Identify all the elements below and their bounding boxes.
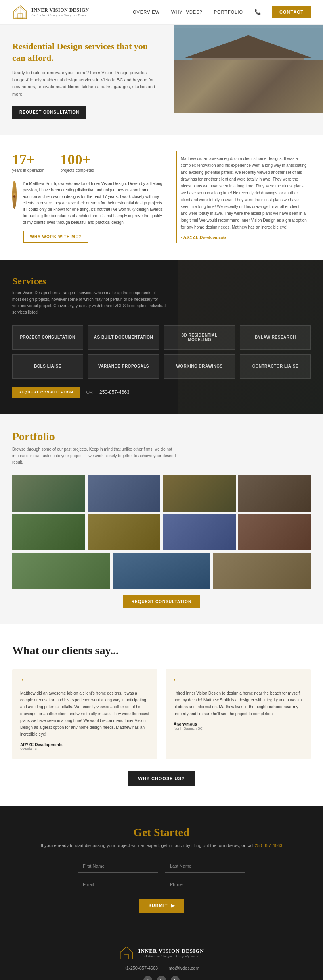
submit-button[interactable]: SUBMIT ▶ xyxy=(139,899,183,913)
services-bg-decoration xyxy=(178,260,323,414)
first-name-input[interactable] xyxy=(78,859,158,873)
footer-contact-info: +1-250-857-4663 info@ivdes.com xyxy=(12,965,311,970)
owner-avatar xyxy=(12,181,17,209)
svg-marker-15 xyxy=(230,95,267,110)
service-variance[interactable]: Variance Proposals xyxy=(88,354,159,379)
footer-logo-tagline: Distinctive Designs – Uniquely Yours xyxy=(138,954,204,958)
facebook-icon[interactable]: f xyxy=(143,976,152,980)
service-as-built[interactable]: As Built Documentation xyxy=(88,325,159,350)
portfolio-title: Portfolio xyxy=(12,430,311,443)
testimonial-location-1: Victoria BC xyxy=(20,747,149,751)
services-cta-button[interactable]: REQUEST CONSULTATION xyxy=(12,387,80,398)
services-or-text: OR xyxy=(86,390,93,395)
portfolio-item[interactable] xyxy=(238,475,311,512)
hero-description: Ready to build or renovate your home? In… xyxy=(12,69,162,98)
phone-input[interactable] xyxy=(165,878,245,891)
owner-bio: I'm Matthew Smith, owner/operator of Inn… xyxy=(23,181,164,226)
svg-point-21 xyxy=(13,195,15,197)
portfolio-item[interactable] xyxy=(12,514,85,550)
svg-rect-9 xyxy=(239,65,258,80)
site-footer: INNER VISION DESIGN Distinctive Designs … xyxy=(0,933,323,980)
svg-rect-11 xyxy=(239,84,258,106)
get-started-title: Get Started xyxy=(12,826,311,839)
portfolio-row-2 xyxy=(12,514,311,550)
portfolio-item[interactable] xyxy=(88,514,161,550)
svg-point-20 xyxy=(13,193,15,195)
services-phone: 250-857-4663 xyxy=(99,389,130,395)
services-description: Inner Vision Design offers a range of se… xyxy=(12,290,166,316)
portfolio-item[interactable] xyxy=(113,553,211,589)
form-name-row xyxy=(12,859,311,873)
why-choose-cta: WHY CHOOSE US? xyxy=(12,771,311,786)
get-started-description: If you're ready to start discussing your… xyxy=(12,843,311,848)
projects-number: 100+ xyxy=(61,151,94,168)
testimonial-card-1: " Matthew did an awesome job on a client… xyxy=(12,669,157,759)
why-work-button[interactable]: WHY WORK WITH ME? xyxy=(23,231,89,243)
svg-rect-8 xyxy=(203,65,222,80)
submit-arrow-icon: ▶ xyxy=(171,903,175,908)
portfolio-item[interactable] xyxy=(163,514,236,550)
instagram-icon[interactable]: in xyxy=(157,976,166,980)
svg-rect-13 xyxy=(194,78,220,104)
hero-house-image xyxy=(174,25,323,113)
years-number: 17+ xyxy=(12,151,44,168)
hero-section: Residential Design services that you can… xyxy=(0,25,323,135)
svg-rect-14 xyxy=(192,58,304,106)
nav-why[interactable]: WHY IVDES? xyxy=(171,10,203,15)
svg-rect-5 xyxy=(174,69,323,110)
portfolio-row-1 xyxy=(12,475,311,512)
projects-label: projects completed xyxy=(61,168,94,173)
portfolio-item[interactable] xyxy=(213,553,311,589)
testimonial-author-2: Anonymous xyxy=(174,722,303,726)
testimonial-text: Matthew did an awesome job on a client's… xyxy=(181,155,307,231)
stat-years: 17+ years in operation xyxy=(12,151,44,173)
portfolio-item[interactable] xyxy=(12,475,85,512)
testimonials-section: What our clients say... " Matthew did an… xyxy=(0,624,323,806)
owner-text-block: I'm Matthew Smith, owner/operator of Inn… xyxy=(23,181,164,243)
hero-image xyxy=(174,25,323,135)
svg-point-17 xyxy=(299,62,317,84)
house-illustration xyxy=(174,25,323,113)
portfolio-row-3 xyxy=(12,553,311,589)
portfolio-item[interactable] xyxy=(163,475,236,512)
portfolio-cta-button[interactable]: REQUEST CONSULTATION xyxy=(123,595,200,608)
svg-rect-12 xyxy=(192,77,222,106)
stats-left-panel: 17+ years in operation 100+ projects com… xyxy=(12,151,164,243)
portfolio-item[interactable] xyxy=(238,514,311,550)
nav-phone-icon: 📞 xyxy=(254,9,261,15)
service-bcls[interactable]: BCLS Liaise xyxy=(12,354,83,379)
service-project-consultation[interactable]: Project Consultation xyxy=(12,325,83,350)
nav-overview[interactable]: OVERVIEW xyxy=(133,10,160,15)
why-choose-button[interactable]: WHY CHOOSE US? xyxy=(128,771,194,786)
get-started-phone: 250-857-4663 xyxy=(255,843,283,848)
nav-portfolio[interactable]: PORTFOLIO xyxy=(214,10,243,15)
logo-tagline: Distinctive Designs – Uniquely Yours xyxy=(31,13,89,17)
portfolio-item[interactable] xyxy=(88,475,161,512)
footer-phone: +1-250-857-4663 xyxy=(124,965,158,970)
main-nav: INNER VISION DESIGN Distinctive Designs … xyxy=(0,0,323,25)
footer-social: f in h xyxy=(12,976,311,980)
portfolio-item[interactable] xyxy=(12,553,110,589)
portfolio-cta: REQUEST CONSULTATION xyxy=(12,595,311,608)
email-input[interactable] xyxy=(78,878,158,891)
get-started-section: Get Started If you're ready to start dis… xyxy=(0,806,323,933)
testimonial-location-2: North Saanich BC xyxy=(174,726,303,730)
houzz-icon[interactable]: h xyxy=(171,976,180,980)
stat-projects: 100+ projects completed xyxy=(61,151,94,173)
years-label: years in operation xyxy=(12,168,44,173)
testimonial-panel: Matthew did an awesome job on a client's… xyxy=(176,151,311,243)
testimonials-grid: " Matthew did an awesome job on a client… xyxy=(12,669,311,759)
contact-button[interactable]: CONTACT xyxy=(272,6,311,18)
hero-title: Residential Design services that you can… xyxy=(12,41,162,64)
footer-logo-name: INNER VISION DESIGN xyxy=(138,948,204,954)
testimonials-title: What our clients say... xyxy=(12,644,311,657)
nav-logo: INNER VISION DESIGN Distinctive Designs … xyxy=(12,4,89,20)
portfolio-section: Portfolio Browse through some of our pas… xyxy=(0,414,323,624)
nav-links: OVERVIEW WHY IVDES? PORTFOLIO 📞 CONTACT xyxy=(133,6,311,18)
hero-cta-button[interactable]: REQUEST CONSULTATION xyxy=(12,106,86,119)
testimonial-text-2: I hired Inner Vision Design to design a … xyxy=(174,690,303,717)
stats-section: 17+ years in operation 100+ projects com… xyxy=(0,135,323,260)
form-contact-row xyxy=(12,878,311,891)
hero-content: Residential Design services that you can… xyxy=(0,25,174,135)
last-name-input[interactable] xyxy=(165,859,245,873)
